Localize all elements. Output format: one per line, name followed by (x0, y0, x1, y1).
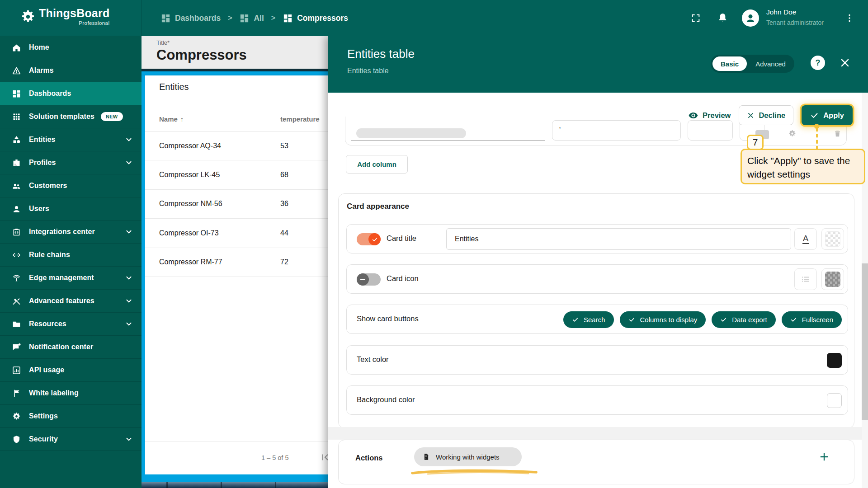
apps-grid-icon (12, 112, 21, 122)
cell-name: Compressor RM-77 (159, 258, 222, 266)
field-underline (351, 140, 545, 141)
thingsboard-logo[interactable]: ThingsBoard Professional (20, 7, 109, 26)
sidebar-item-label: Advanced features (29, 297, 94, 305)
sidebar-item-alarms[interactable]: Alarms (0, 59, 142, 82)
column-header-temperature[interactable]: temperature (280, 115, 320, 123)
user-name: John Doe (766, 8, 843, 16)
sidebar-item-edge-management[interactable]: Edge management (0, 267, 142, 290)
chevron-down-icon (124, 135, 133, 144)
sidebar-item-home[interactable]: Home (0, 36, 142, 59)
background-color-row: Background color (346, 385, 848, 415)
chevron-down-icon (124, 273, 133, 282)
check-icon (572, 316, 579, 323)
close-icon[interactable] (839, 57, 851, 69)
breadcrumb-all[interactable]: All (239, 13, 264, 23)
card-icon-toggle[interactable] (357, 273, 381, 286)
dashboard-title-label: Title* (156, 39, 170, 46)
sidebar-item-rule-chains[interactable]: Rule chains (0, 244, 142, 267)
sidebar-item-white-labeling[interactable]: White labeling (0, 382, 142, 405)
action-chip-working-with-widgets[interactable]: Working with widgets (414, 447, 522, 466)
dashboard-title-value[interactable]: Compressors (156, 47, 247, 63)
dashboard-edit-area: Title* Compressors Entities Name↑ temper… (142, 36, 328, 488)
document-icon (422, 453, 430, 461)
sidebar-item-dashboards[interactable]: Dashboards (0, 82, 142, 105)
chip-search[interactable]: Search (563, 311, 614, 328)
table-row[interactable]: Compressor LK-45 68 (145, 160, 328, 189)
sidebar-item-integrations-center[interactable]: Integrations center (0, 221, 142, 244)
table-row[interactable]: Compressor OI-73 44 (145, 219, 328, 248)
eye-icon (688, 110, 698, 121)
breadcrumb-separator: > (228, 14, 232, 22)
sidebar-item-api-usage[interactable]: API usage (0, 359, 142, 382)
shield-icon (12, 435, 21, 444)
background-color-swatch[interactable] (827, 393, 842, 408)
column-header-name[interactable]: Name↑ (159, 115, 184, 123)
scrollbar-thumb[interactable] (862, 263, 868, 420)
widget-table-header: Name↑ temperature (145, 108, 328, 131)
list-icon (800, 274, 811, 285)
sidebar-item-entities[interactable]: Entities (0, 128, 142, 151)
table-row[interactable]: Compressor RM-77 72 (145, 248, 328, 277)
title-font-style-button[interactable]: A (794, 228, 817, 250)
tab-advanced[interactable]: Advanced (747, 60, 794, 68)
field-text-fragment: , (559, 121, 561, 130)
chevron-down-icon (124, 319, 133, 328)
column-delete-trash-icon[interactable] (833, 129, 842, 138)
cell-name: Compressor NM-56 (159, 200, 222, 208)
entities-table-widget[interactable]: Entities Name↑ temperature Compressor AQ… (142, 75, 328, 474)
card-buttons-chips: Search Columns to display Data export Fu… (563, 311, 842, 328)
panel-header: Entities table Entities table Basic Adva… (328, 36, 868, 93)
card-title-toggle[interactable] (357, 233, 381, 245)
add-column-button[interactable]: Add column (346, 155, 408, 174)
user-menu[interactable]: John Doe Tenant administrator (766, 8, 843, 26)
tab-basic[interactable]: Basic (712, 56, 747, 71)
apply-button[interactable]: Apply (802, 105, 853, 125)
breadcrumb-dashboards[interactable]: Dashboards (160, 13, 221, 23)
chip-fullscreen[interactable]: Fullscreen (782, 311, 842, 328)
breadcrumb-compressors[interactable]: Compressors (283, 13, 348, 23)
sidebar-item-advanced-features[interactable]: Advanced features (0, 290, 142, 313)
gear-icon (12, 412, 21, 421)
sidebar-item-notification-center[interactable]: Notification center (0, 336, 142, 359)
chip-data-export[interactable]: Data export (712, 311, 776, 328)
sidebar-item-settings[interactable]: Settings (0, 405, 142, 428)
first-page-icon[interactable] (319, 451, 328, 463)
cell-temperature: 36 (280, 200, 288, 208)
breadcrumb-label: All (254, 14, 264, 23)
add-action-plus-icon[interactable] (818, 450, 830, 463)
widget-selection-border-top (142, 71, 328, 75)
table-row[interactable]: Compressor NM-56 36 (145, 190, 328, 219)
user-role: Tenant administrator (766, 19, 843, 26)
text-color-swatch[interactable] (827, 353, 842, 368)
title-color-button[interactable] (821, 228, 844, 250)
card-title-input[interactable] (446, 228, 791, 250)
sidebar-item-customers[interactable]: Customers (0, 174, 142, 197)
tutorial-tooltip: Click "Apply" to save the widget setting… (741, 149, 865, 184)
sidebar-item-solution-templates[interactable]: Solution templates NEW (0, 105, 142, 128)
chip-columns-to-display[interactable]: Columns to display (620, 311, 706, 328)
sidebar-item-users[interactable]: Users (0, 197, 142, 221)
preview-button[interactable]: Preview (688, 110, 731, 121)
actions-section: Actions Working with widgets (338, 440, 854, 484)
fullscreen-icon[interactable] (691, 13, 701, 23)
check-icon (810, 111, 819, 120)
notifications-bell-icon[interactable] (717, 12, 728, 23)
avatar[interactable] (742, 9, 759, 27)
sidebar-item-label: API usage (29, 366, 64, 374)
table-row[interactable]: Compressor AQ-34 53 (145, 131, 328, 160)
decline-button[interactable]: Decline (739, 105, 793, 125)
icon-select-button[interactable] (794, 268, 817, 290)
sidebar-item-label: White labeling (29, 389, 79, 397)
card-title-row: Card title A (346, 224, 848, 253)
icon-color-button[interactable] (821, 268, 844, 290)
more-menu-icon[interactable] (844, 13, 854, 23)
sidebar-item-security[interactable]: Security (0, 428, 142, 451)
column-drag-pill[interactable] (356, 128, 466, 138)
sidebar-item-profiles[interactable]: Profiles (0, 151, 142, 174)
column-field-fragment[interactable]: , (552, 120, 681, 141)
column-settings-gear-icon[interactable] (788, 129, 797, 138)
chip-label: Data export (732, 316, 767, 324)
dashboard-title-field[interactable]: Title* Compressors (142, 36, 328, 69)
help-button[interactable]: ? (811, 56, 825, 70)
sidebar-item-resources[interactable]: Resources (0, 313, 142, 336)
